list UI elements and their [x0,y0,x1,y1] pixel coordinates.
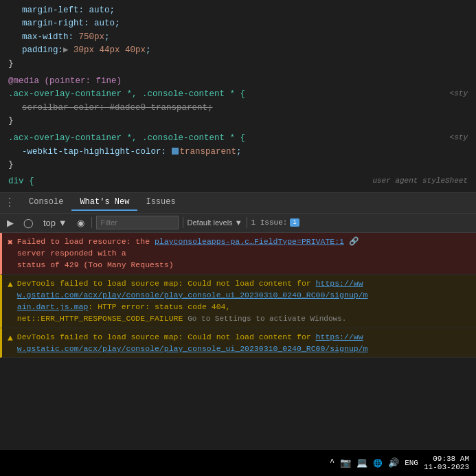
go-to-settings-text: Go to Settings to activate Windows. [188,315,346,323]
code-at-rule: @media (pointer: fine) [8,75,468,88]
prop-padding: padding:▶ 30px 44px 40px; [22,44,151,57]
devtools-toolbar: ▶ ◯ top ▼ ◉ Default levels ▼ 1 Issue: 1 [0,214,476,233]
toolbar-separator-3 [247,217,247,228]
toolbar-separator-2 [183,217,183,228]
code-selector2: .acx-overlay-container *, .console-conte… [8,132,468,145]
warning-content-1: DevTools failed to load source map: Coul… [17,277,471,325]
chevron-up-icon[interactable]: ^ [330,458,335,468]
code-webkit: -webkit-tap-highlight-color: transparent… [8,146,468,159]
language-indicator: ENG [405,459,418,467]
error-message-1: ✖ Failed to load resource: the playconso… [0,233,476,275]
volume-tray-icon[interactable]: 🔊 [388,457,399,468]
code-line-bracket1: } [8,58,468,71]
error-icon-1: ✖ [8,236,13,250]
issue-badge: 1 Issue: 1 [251,218,299,227]
tab-issues[interactable]: Issues [137,194,183,211]
error-content-1: Failed to load resource: the playconsole… [17,236,471,271]
code-selector1: .acx-overlay-container *, .console-conte… [8,88,468,101]
run-button[interactable]: ▶ [4,216,16,229]
code-line-2: margin-right: auto; [8,17,468,30]
warning-message-2: ▲ DevTools failed to load source map: Co… [0,328,476,359]
prop-margin-left: margin-left: auto; [22,4,115,17]
warning-icon-2: ▲ [8,332,13,345]
taskbar: ^ 📷 💻 🌐 🔊 ENG 09:38 AM 11-03-2023 [0,450,476,476]
stop-button[interactable]: ◯ [21,216,36,229]
warning-content-2: DevTools failed to load source map: Coul… [17,331,471,355]
pc-tray-icon[interactable]: 💻 [356,457,367,468]
eye-button[interactable]: ◉ [74,216,87,229]
default-levels-button[interactable]: Default levels ▼ [188,218,242,227]
console-output[interactable]: ✖ Failed to load resource: the playconso… [0,233,476,450]
warning-link-2[interactable]: https://ww w.gstatic.com/acx/play/consol… [17,332,368,353]
devtools-tabs: ⋮ Console What's New Issues [0,193,476,214]
code-bracket3: } [8,159,468,172]
code-bracket2: } [8,115,468,128]
code-line-1: margin-left: auto; [8,4,468,17]
code-line-4: padding:▶ 30px 44px 40px; [8,44,468,57]
tab-console[interactable]: Console [21,194,71,211]
warning-icon-1: ▲ [8,278,13,292]
taskbar-right: ^ 📷 💻 🌐 🔊 ENG 09:38 AM 11-03-2023 [330,455,469,471]
toolbar-separator-1 [91,217,92,228]
top-dropdown[interactable]: top ▼ [41,216,70,229]
tab-whats-new[interactable]: What's New [71,194,137,211]
code-area: margin-left: auto; margin-right: auto; m… [0,0,476,192]
prop-margin-right: margin-right: auto; [22,17,120,30]
code-line-3: max-width: 750px; [8,31,468,44]
warning-message-1: ▲ DevTools failed to load source map: Co… [0,275,476,328]
filter-input[interactable] [96,216,179,229]
warning-link-1[interactable]: https://ww w.gstatic.com/acx/play/consol… [17,279,368,312]
error-link-1[interactable]: playconsoleapps-pa.c…FieldType=PRIVATE:1 [155,237,344,246]
code-div: div { user agent styleSheet [8,175,468,188]
code-strikethrough: scrollbar-color: #dadce0 transparent; [8,102,468,115]
issue-count-icon: 1 [290,218,299,227]
screen: margin-left: auto; margin-right: auto; m… [0,0,476,476]
network-tray-icon[interactable]: 🌐 [373,459,383,468]
camera-tray-icon[interactable]: 📷 [340,457,351,468]
taskbar-time: 09:38 AM 11-03-2023 [424,455,469,471]
prop-max-width: max-width: 750px; [22,31,110,44]
devtools-more-icon[interactable]: ⋮ [4,196,15,209]
